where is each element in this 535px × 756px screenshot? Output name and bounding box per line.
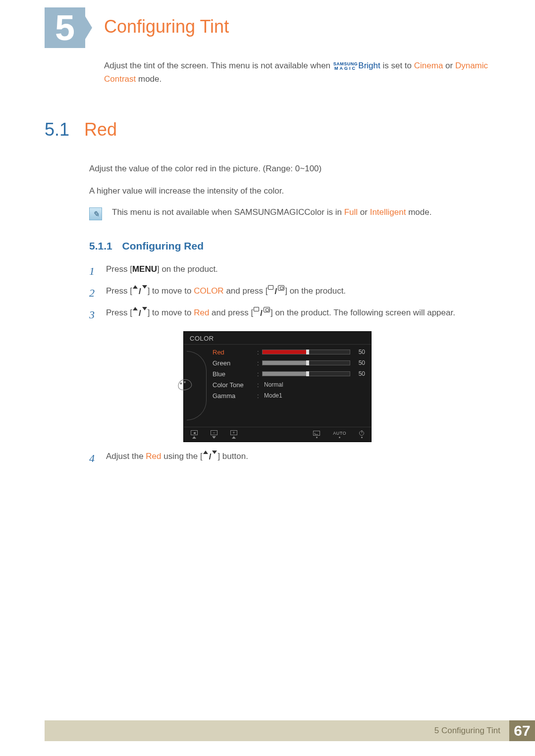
up-down-button-icon: / [133, 307, 147, 320]
section-number: 5.1 [45, 119, 69, 140]
enter-source-button-icon: / [268, 285, 284, 298]
subhead-number: 5.1.1 [89, 240, 112, 252]
intro-text: mode. [138, 74, 161, 84]
step-2: 2 Press [/] to move to COLOR and press [… [89, 285, 490, 302]
note-pre: This menu is not available when [112, 207, 234, 217]
step-text: Adjust the [106, 452, 146, 461]
osd-screenshot: COLOR Red : 50 Green : [183, 331, 372, 442]
osd-auto-icon: AUTO [333, 431, 346, 438]
osd-text-value: Mode1 [262, 392, 350, 399]
color-menu-name: COLOR [194, 286, 223, 296]
osd-text-value: Normal [262, 381, 350, 388]
samsung-magic-icon: SAMSUNGMAGIC [333, 62, 358, 70]
osd-value: 50 [350, 370, 366, 377]
chapter-badge: 5 [45, 7, 85, 48]
note-icon: ✎ [89, 207, 102, 220]
step-text: ] on the product. The following screen w… [270, 308, 455, 317]
bright-word: Bright [358, 61, 380, 70]
osd-enter-icon [313, 431, 320, 438]
body-p2: A higher value will increase the intensi… [89, 185, 490, 198]
osd-slider [262, 360, 350, 365]
body-p1: Adjust the value of the color red in the… [89, 162, 490, 175]
intro-text: is set to [382, 61, 414, 70]
osd-label: Red [213, 349, 257, 356]
osd-row-blue: Blue : 50 [213, 368, 366, 379]
note-text: This menu is not available when SAMSUNGM… [112, 207, 431, 217]
intro-paragraph: Adjust the tint of the screen. This menu… [104, 59, 490, 86]
note-end: mode. [408, 207, 431, 217]
menu-button-label: MENU [132, 264, 157, 274]
osd-category-arc [187, 351, 207, 420]
section-title: Red [84, 119, 117, 140]
step-text: Press [ [106, 308, 132, 317]
red-word: Red [146, 452, 161, 461]
osd-slider [262, 371, 350, 376]
step-text: ] button. [217, 452, 248, 461]
osd-value: 50 [350, 349, 366, 355]
up-down-button-icon: / [203, 451, 217, 463]
full-word: Full [344, 207, 358, 217]
osd-label: Color Tone [213, 381, 257, 389]
osd-footer: ◂ − + AUTO [184, 427, 371, 442]
subhead-title: Configuring Red [122, 240, 204, 252]
osd-label: Green [213, 359, 257, 367]
note-mid: is in [327, 207, 344, 217]
step-4: 4 Adjust the Red using the [/] button. [89, 450, 490, 467]
cinema-word: Cinema [414, 61, 443, 70]
osd-row-red: Red : 50 [213, 347, 366, 357]
up-down-button-icon: / [133, 285, 147, 298]
step-text: ] on the product. [285, 286, 346, 296]
step-text: Press [ [106, 286, 132, 296]
enter-source-button-icon: / [254, 307, 270, 320]
step-1: 1 Press [MENU] on the product. [89, 263, 490, 280]
osd-plus-icon: + [230, 430, 237, 439]
color-word: Color [304, 207, 324, 217]
intelligent-word: Intelligent [370, 207, 406, 217]
step-number: 4 [89, 450, 97, 467]
step-text: ] to move to [148, 286, 194, 296]
samsung-magic-icon: SAMSUNGMAGIC [234, 207, 305, 217]
osd-power-icon [359, 431, 364, 438]
osd-back-icon: ◂ [191, 430, 198, 439]
osd-row-gamma: Gamma : Mode1 [213, 390, 366, 401]
osd-row-color-tone: Color Tone : Normal [213, 379, 366, 390]
intro-text: or [445, 61, 455, 70]
osd-label: Blue [213, 370, 257, 378]
osd-label: Gamma [213, 392, 257, 400]
step-text: Press [ [106, 264, 132, 274]
step-number: 2 [89, 285, 97, 302]
step-text: and press [ [209, 308, 253, 317]
palette-icon [177, 378, 193, 392]
intro-text: Adjust the tint of the screen. This menu… [104, 61, 333, 70]
chapter-title: Configuring Tint [104, 16, 229, 37]
step-number: 1 [89, 263, 97, 280]
osd-value: 50 [350, 359, 366, 366]
page-number: 67 [509, 720, 535, 741]
osd-title: COLOR [184, 332, 371, 345]
osd-minus-icon: − [211, 430, 217, 439]
osd-row-green: Green : 50 [213, 357, 366, 368]
step-text: using the [ [161, 452, 203, 461]
footer-chapter-label: 5 Configuring Tint [426, 720, 509, 741]
step-3: 3 Press [/] to move to Red and press [/]… [89, 306, 490, 323]
red-menu-name: Red [194, 308, 209, 317]
step-text: and press [ [224, 286, 268, 296]
osd-slider [262, 350, 350, 354]
step-text: ] to move to [148, 308, 194, 317]
page-footer: 5 Configuring Tint 67 [45, 720, 535, 741]
step-text: ] on the product. [157, 264, 218, 274]
step-number: 3 [89, 306, 97, 323]
note-or: or [360, 207, 370, 217]
